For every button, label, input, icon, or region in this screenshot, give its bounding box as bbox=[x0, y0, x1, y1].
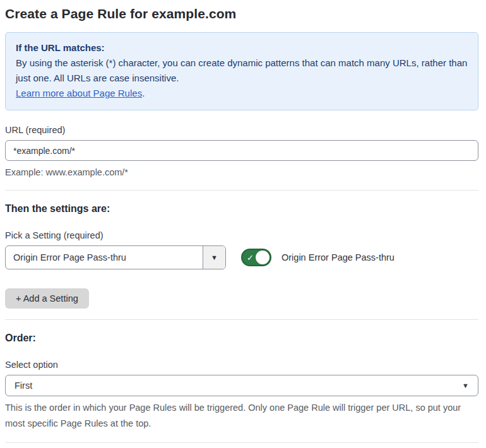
order-section-heading: Order: bbox=[5, 333, 478, 344]
toggle-knob bbox=[256, 251, 270, 264]
link-suffix: . bbox=[142, 88, 145, 98]
toggle-label: Origin Error Page Pass-thru bbox=[282, 252, 394, 262]
check-icon: ✓ bbox=[247, 254, 254, 262]
chevron-down-icon: ▼ bbox=[462, 382, 469, 389]
url-match-info-callout: If the URL matches: By using the asteris… bbox=[5, 32, 478, 110]
page-title: Create a Page Rule for example.com bbox=[5, 6, 478, 21]
info-heading: If the URL matches: bbox=[16, 40, 468, 56]
setting-select-value: Origin Error Page Pass-thru bbox=[6, 246, 203, 269]
order-select-label: Select option bbox=[5, 360, 478, 370]
info-body: By using the asterisk (*) character, you… bbox=[16, 56, 468, 86]
order-helper-text: This is the order in which your Page Rul… bbox=[5, 400, 478, 432]
divider bbox=[5, 442, 478, 443]
url-input[interactable] bbox=[5, 140, 478, 161]
order-select-value: First bbox=[15, 380, 462, 391]
url-example-helper: Example: www.example.com/* bbox=[5, 165, 478, 179]
chevron-down-icon: ▼ bbox=[211, 254, 218, 261]
setting-row: Origin Error Page Pass-thru ▼ ✓ Origin E… bbox=[5, 245, 478, 269]
origin-error-toggle[interactable]: ✓ bbox=[241, 249, 271, 266]
settings-section-heading: Then the settings are: bbox=[5, 203, 478, 215]
divider bbox=[5, 319, 478, 320]
toggle-wrap: ✓ Origin Error Page Pass-thru bbox=[241, 249, 394, 266]
setting-picker-label: Pick a Setting (required) bbox=[5, 230, 478, 240]
add-setting-button[interactable]: + Add a Setting bbox=[5, 288, 89, 309]
setting-select-arrow[interactable]: ▼ bbox=[203, 246, 225, 269]
divider bbox=[5, 190, 478, 191]
url-field-label: URL (required) bbox=[5, 125, 478, 135]
order-select[interactable]: First ▼ bbox=[5, 375, 478, 396]
learn-more-link[interactable]: Learn more about Page Rules bbox=[16, 88, 142, 98]
setting-select[interactable]: Origin Error Page Pass-thru ▼ bbox=[5, 245, 226, 269]
info-link-line: Learn more about Page Rules. bbox=[16, 86, 468, 101]
